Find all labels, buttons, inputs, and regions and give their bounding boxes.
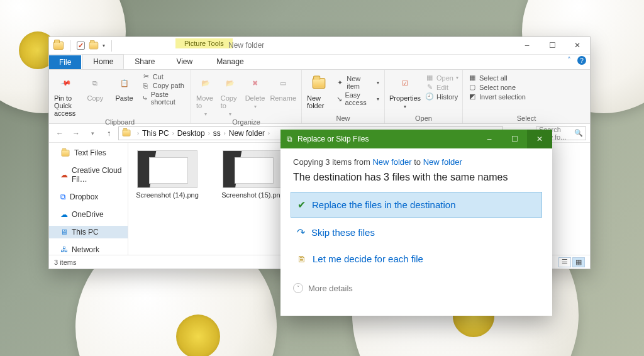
dialog-minimize-button[interactable]: – [477,130,502,148]
nav-recent-dropdown[interactable]: ▾ [86,126,99,140]
tab-view[interactable]: View [165,54,203,69]
network-icon: 🖧 [60,245,68,254]
select-none-icon: ▢ [468,83,477,91]
nav-forward-button[interactable]: → [69,126,83,140]
breadcrumb-seg[interactable]: ss [213,129,221,138]
new-item-icon: ✦ [336,79,344,87]
select-all-button[interactable]: ▦Select all [468,74,526,82]
help-icon[interactable]: ? [577,56,586,65]
cut-button[interactable]: ✂Cut [142,72,186,81]
view-details-button[interactable]: ☰ [558,257,571,267]
more-details-toggle[interactable]: ˅ More details [293,278,540,298]
ribbon: 📌 Pin to Quick access ⧉ Copy 📋 Paste ✂Cu… [49,70,590,124]
open-button[interactable]: ▦Open▾ [425,74,458,82]
dialog-source-link[interactable]: New folder [372,157,411,167]
pc-icon: 🖥 [60,228,68,236]
tab-file[interactable]: File [49,55,81,69]
check-icon: ✔ [297,199,306,211]
file-name: Screenshot (14).png [136,191,199,199]
history-button[interactable]: 🕘History [425,92,458,101]
qat-dropdown-icon[interactable]: ▾ [103,43,105,48]
copy-path-button[interactable]: ⎘Copy path [142,82,186,89]
move-to-button[interactable]: 📂Move to▾ [196,72,216,117]
option-replace[interactable]: ✔ Replace the files in the destination [291,192,542,218]
ribbon-group-clipboard: 📌 Pin to Quick access ⧉ Copy 📋 Paste ✂Cu… [49,70,191,123]
properties-button[interactable]: ☑Properties▾ [390,72,420,109]
file-name: Screenshot (15).png [221,191,284,199]
tab-home[interactable]: Home [82,54,124,69]
copy-button[interactable]: ⧉ Copy [83,72,107,102]
group-label: Organize [196,117,296,126]
delete-button[interactable]: ✖Delete▾ [245,72,265,109]
onedrive-icon: ☁ [60,210,68,219]
compare-icon: 🗎 [297,253,306,264]
dialog-headline: The destination has 3 files with the sam… [293,172,540,183]
view-thumbnails-button[interactable]: ▦ [572,257,585,267]
invert-selection-button[interactable]: ◩Invert selection [468,92,526,101]
ribbon-group-open: ☑Properties▾ ▦Open▾ ✎Edit 🕘History Open [385,70,463,123]
breadcrumb-seg[interactable]: Desktop [177,129,205,138]
dialog-maximize-button[interactable]: ☐ [502,130,527,148]
skip-icon: ↷ [297,226,305,238]
paste-icon: 📋 [120,74,129,92]
contextual-tab-label: Picture Tools [175,38,233,48]
option-skip[interactable]: ↷ Skip these files [291,220,542,245]
dialog-copy-line: Copying 3 items from New folder to New f… [293,157,540,167]
copy-to-button[interactable]: 📂Copy to▾ [221,72,240,117]
tab-manage[interactable]: Manage [206,54,254,69]
title-bar[interactable]: ✓ ▾ Picture Tools New folder – ☐ ✕ [49,37,590,55]
edit-button[interactable]: ✎Edit [425,83,458,91]
open-icon: ▦ [425,74,434,82]
paste-button[interactable]: 📋 Paste [112,72,136,102]
new-folder-qat-icon[interactable] [89,42,98,50]
move-to-icon: 📂 [201,74,210,92]
select-none-button[interactable]: ▢Select none [468,83,526,91]
thumbnail [137,150,197,188]
nav-item-dropbox[interactable]: ⧉Dropbox [49,191,128,203]
thumbnail [223,150,283,188]
group-label: New [307,113,379,122]
breadcrumb-seg[interactable]: This PC [142,129,169,138]
paste-shortcut-button[interactable]: ⤷Paste shortcut [142,91,186,106]
label: Pin to Quick access [54,94,78,117]
label: Paste [115,94,133,102]
file-item[interactable]: Screenshot (14).png [133,150,201,247]
nav-item-onedrive[interactable]: ☁OneDrive [49,208,128,221]
ribbon-tabs: File Home Share View Manage ˄ ? [49,55,590,70]
minimize-button[interactable]: – [514,37,540,53]
navigation-pane[interactable]: Text Files ☁Creative Cloud Fil… ⧉Dropbox… [49,143,128,255]
ribbon-group-organize: 📂Move to▾ 📂Copy to▾ ✖Delete▾ ▭Rename Org… [191,70,302,123]
nav-item-network[interactable]: 🖧Network [49,243,128,256]
tab-share[interactable]: Share [124,54,165,69]
status-text: 3 items [54,259,76,266]
divider [111,40,112,52]
option-label: Skip these files [311,227,375,238]
label: Copy [87,94,103,102]
option-decide[interactable]: 🗎 Let me decide for each file [291,247,542,270]
group-label: Clipboard [54,117,186,126]
pin-icon: 📌 [60,77,72,89]
maximize-button[interactable]: ☐ [540,37,565,53]
collapse-ribbon-icon[interactable]: ˄ [567,56,571,65]
folder-icon [53,42,64,50]
easy-access-button[interactable]: ↘Easy access▾ [336,91,379,106]
select-all-icon: ▦ [468,74,477,82]
close-button[interactable]: ✕ [565,37,590,53]
file-item[interactable]: Screenshot (15).png [219,150,287,247]
folder-icon [313,78,326,89]
dialog-title-bar[interactable]: ⧉ Replace or Skip Files – ☐ ✕ [280,130,552,148]
new-item-button[interactable]: ✦New item▾ [336,75,379,90]
option-label: Let me decide for each file [313,253,423,264]
breadcrumb-seg[interactable]: New folder [229,129,265,138]
pin-to-quick-access-button[interactable]: 📌 Pin to Quick access [54,72,78,117]
nav-up-button[interactable]: ↑ [102,126,116,140]
new-folder-button[interactable]: New folder [307,72,331,109]
nav-item-creative-cloud[interactable]: ☁Creative Cloud Fil… [49,164,128,186]
properties-qat-icon[interactable]: ✓ [77,42,85,50]
nav-back-button[interactable]: ← [53,126,67,140]
rename-button[interactable]: ▭Rename [270,72,296,102]
nav-item-this-pc[interactable]: 🖥This PC [49,226,128,238]
nav-item-text-files[interactable]: Text Files [49,147,128,159]
dialog-close-button[interactable]: ✕ [527,130,552,148]
dialog-dest-link[interactable]: New folder [423,157,462,167]
